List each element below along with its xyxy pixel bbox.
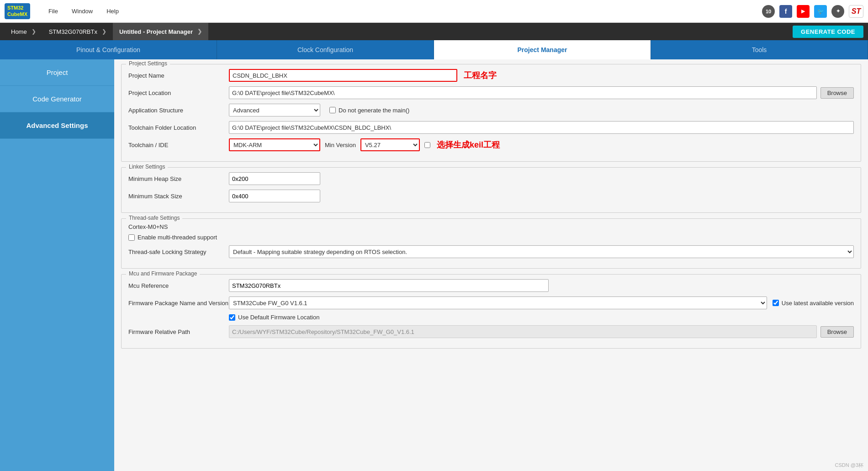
menu-file[interactable]: File (48, 8, 58, 15)
sidebar-item-code-generator[interactable]: Code Generator (0, 86, 114, 112)
toolchain-annotation: 选择生成keil工程 (437, 139, 500, 150)
do-not-generate-checkbox[interactable] (329, 107, 336, 113)
locking-strategy-select[interactable]: Default - Mapping suitable strategy depe… (229, 245, 854, 258)
fw-name-label: Firmware Package Name and Version (128, 300, 229, 307)
watermark: CSDN @3杯 (835, 462, 863, 469)
version-checkbox[interactable] (424, 142, 430, 148)
breadcrumb-mcu[interactable]: STM32G070RBTx (42, 23, 113, 40)
use-default-fw-area: Use Default Firmware Location (229, 314, 319, 321)
menu-bar: File Window Help (48, 8, 762, 15)
tab-project-manager[interactable]: Project Manager (434, 40, 651, 59)
use-default-fw-row: Use Default Firmware Location (128, 314, 854, 321)
tab-bar: Pinout & Configuration Clock Configurati… (0, 40, 868, 59)
sidebar: Project Code Generator Advanced Settings (0, 59, 114, 471)
heap-size-input[interactable] (229, 172, 320, 185)
content-area: Project Settings Project Name 工程名字 Proje… (114, 59, 868, 471)
main-layout: Project Code Generator Advanced Settings… (0, 59, 868, 471)
app-structure-label: Application Structure (128, 107, 229, 114)
mcu-ref-input[interactable] (229, 279, 549, 292)
toolchain-folder-input[interactable] (229, 121, 854, 134)
stack-size-row: Minimum Stack Size (128, 190, 854, 202)
top-bar: STM32 CubeMX File Window Help 10 f ▶ 🐦 ✦… (0, 0, 868, 23)
toolchain-folder-label: Toolchain Folder Location (128, 124, 229, 131)
fw-browse-button[interactable]: Browse (820, 326, 854, 338)
use-latest-area: Use latest available version (773, 300, 854, 307)
project-settings-title: Project Settings (126, 60, 170, 67)
browse-button[interactable]: Browse (820, 87, 854, 99)
logo-line2: CubeMX (7, 11, 27, 17)
project-name-label: Project Name (128, 72, 229, 79)
fw-name-select[interactable]: STM32Cube FW_G0 V1.6.1 (229, 296, 767, 309)
min-version-label: Min Version (325, 142, 356, 148)
enable-multithread-checkbox[interactable] (128, 234, 135, 241)
thread-settings-title: Thread-safe Settings (126, 215, 182, 221)
mcu-ref-label: Mcu Reference (128, 282, 229, 289)
youtube-icon[interactable]: ▶ (797, 5, 810, 18)
tab-pinout[interactable]: Pinout & Configuration (0, 40, 217, 59)
enable-multithread-row: Enable multi-threaded support (128, 234, 854, 241)
fw-path-row: Firmware Relative Path Browse (128, 325, 854, 338)
facebook-icon[interactable]: f (779, 5, 792, 18)
project-name-annotation: 工程名字 (464, 70, 497, 81)
breadcrumb-bar: Home STM32G070RBTx Untitled - Project Ma… (0, 23, 868, 40)
heap-size-row: Minimum Heap Size (128, 172, 854, 185)
enable-multithread-area: Enable multi-threaded support (128, 234, 217, 241)
thread-settings-section: Thread-safe Settings Cortex-M0+NS Enable… (121, 218, 861, 269)
do-not-generate-label: Do not generate the main() (339, 107, 409, 114)
mcu-firmware-title: Mcu and Firmware Package (126, 270, 200, 277)
toolchain-ide-label: Toolchain / IDE (128, 142, 229, 148)
project-location-input[interactable] (229, 86, 817, 99)
enable-multithread-label: Enable multi-threaded support (138, 234, 217, 241)
use-default-fw-checkbox[interactable] (229, 314, 235, 321)
project-location-row: Project Location Browse (128, 86, 854, 99)
menu-help[interactable]: Help (106, 8, 119, 15)
top-icons: 10 f ▶ 🐦 ✦ ST (762, 5, 863, 18)
project-location-label: Project Location (128, 90, 229, 96)
tab-tools[interactable]: Tools (651, 40, 868, 59)
stack-size-input[interactable] (229, 190, 320, 202)
project-name-row: Project Name 工程名字 (128, 69, 854, 82)
app-structure-select[interactable]: Advanced Basic (229, 104, 320, 116)
stack-size-label: Minimum Stack Size (128, 193, 229, 200)
heap-size-label: Minimum Heap Size (128, 175, 229, 182)
linker-settings-title: Linker Settings (126, 164, 168, 170)
fw-path-input[interactable] (229, 325, 817, 338)
thread-subtitle: Cortex-M0+NS (128, 223, 854, 230)
toolchain-select[interactable]: MDK-ARM STM32CubeIDE Makefile (229, 138, 320, 151)
mcu-firmware-section: Mcu and Firmware Package Mcu Reference F… (121, 274, 861, 349)
use-latest-checkbox[interactable] (773, 300, 779, 306)
locking-strategy-row: Thread-safe Locking Strategy Default - M… (128, 245, 854, 258)
logo-line1: STM32 (7, 5, 27, 11)
do-not-generate-checkbox-area: Do not generate the main() (329, 107, 409, 114)
menu-window[interactable]: Window (72, 8, 93, 15)
sidebar-item-advanced-settings[interactable]: Advanced Settings (0, 112, 114, 139)
sidebar-item-project[interactable]: Project (0, 59, 114, 86)
locking-strategy-label: Thread-safe Locking Strategy (128, 249, 229, 255)
toolchain-controls: MDK-ARM STM32CubeIDE Makefile Min Versio… (229, 138, 430, 151)
tab-clock[interactable]: Clock Configuration (217, 40, 434, 59)
app-structure-row: Application Structure Advanced Basic Do … (128, 104, 854, 116)
min-version-select[interactable]: V5.27 V5.26 (360, 138, 420, 151)
logo: STM32 CubeMX (5, 3, 30, 19)
fw-name-row: Firmware Package Name and Version STM32C… (128, 296, 854, 309)
project-name-input[interactable] (229, 69, 457, 82)
twitter-icon[interactable]: 🐦 (814, 5, 827, 18)
toolchain-ide-row: Toolchain / IDE MDK-ARM STM32CubeIDE Mak… (128, 138, 854, 151)
use-default-fw-label: Use Default Firmware Location (238, 314, 319, 321)
mcu-ref-row: Mcu Reference (128, 279, 854, 292)
logo-area: STM32 CubeMX (5, 3, 30, 19)
project-settings-section: Project Settings Project Name 工程名字 Proje… (121, 64, 861, 162)
fw-path-label: Firmware Relative Path (128, 328, 229, 335)
breadcrumb-home[interactable]: Home (5, 23, 42, 40)
generate-code-button[interactable]: GENERATE CODE (793, 26, 863, 38)
linker-settings-section: Linker Settings Minimum Heap Size Minimu… (121, 167, 861, 213)
circle-icon: 10 (762, 5, 775, 18)
toolchain-folder-row: Toolchain Folder Location (128, 121, 854, 134)
st-logo-icon[interactable]: ST (849, 5, 863, 18)
use-latest-label: Use latest available version (782, 300, 854, 307)
network-icon[interactable]: ✦ (831, 5, 844, 18)
breadcrumb-project-manager[interactable]: Untitled - Project Manager (113, 23, 208, 40)
